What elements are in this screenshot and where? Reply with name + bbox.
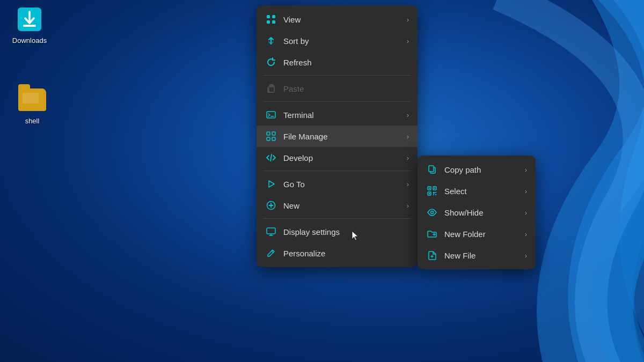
copy-path-icon — [426, 164, 438, 175]
submenu-item-copy-path[interactable]: Copy path › — [418, 159, 536, 180]
shell-label: shell — [25, 117, 40, 125]
go-to-arrow: › — [407, 180, 409, 188]
menu-item-new-label: New — [283, 201, 299, 210]
desktop-icon-downloads[interactable]: Downloads — [8, 5, 51, 45]
code-icon — [265, 152, 277, 164]
svg-rect-25 — [433, 194, 434, 195]
context-submenu: Copy path › Select › — [418, 156, 536, 269]
submenu-new-file-label: New File — [444, 251, 475, 260]
svg-rect-26 — [435, 194, 436, 195]
divider-1 — [263, 75, 411, 76]
eye-icon — [426, 206, 438, 218]
svg-rect-23 — [433, 192, 435, 194]
svg-rect-21 — [434, 188, 435, 189]
svg-rect-3 — [272, 15, 275, 18]
pen-icon — [265, 247, 277, 259]
menu-item-sort[interactable]: Sort by › — [257, 30, 418, 51]
menu-item-terminal-label: Terminal — [283, 110, 314, 120]
qr-icon — [426, 185, 438, 197]
terminal-arrow: › — [407, 111, 409, 119]
copy-path-arrow: › — [525, 166, 527, 174]
file-manage-arrow: › — [407, 132, 409, 141]
menu-item-personalize[interactable]: Personalize — [257, 242, 418, 264]
menu-item-go-to-label: Go To — [283, 180, 305, 189]
menu-item-develop-label: Develop — [283, 153, 313, 162]
svg-rect-12 — [272, 137, 275, 141]
shell-folder-icon — [18, 86, 46, 114]
play-icon — [265, 178, 277, 190]
develop-arrow: › — [407, 154, 409, 162]
menu-item-terminal[interactable]: Terminal › — [257, 104, 418, 125]
menu-item-sort-label: Sort by — [283, 36, 309, 46]
submenu-copy-path-label: Copy path — [444, 165, 481, 174]
new-folder-icon — [426, 228, 438, 240]
svg-rect-22 — [429, 193, 430, 194]
submenu-item-select[interactable]: Select › — [418, 180, 536, 202]
menu-item-file-manage-label: File Manage — [283, 132, 328, 141]
menu-item-display-settings[interactable]: Display settings — [257, 221, 418, 242]
plus-circle-icon — [265, 200, 277, 211]
submenu-show-hide-label: Show/Hide — [444, 208, 484, 217]
divider-3 — [263, 171, 411, 171]
svg-rect-8 — [267, 112, 275, 118]
menu-item-refresh-label: Refresh — [283, 58, 312, 67]
divider-4 — [263, 218, 411, 219]
submenu-select-label: Select — [444, 187, 467, 196]
show-hide-arrow: › — [525, 209, 527, 217]
svg-rect-16 — [429, 166, 434, 172]
divider-2 — [263, 101, 411, 102]
svg-rect-14 — [267, 228, 275, 234]
svg-rect-24 — [435, 192, 436, 193]
submenu-new-folder-label: New Folder — [444, 230, 486, 239]
sort-icon — [265, 35, 277, 47]
submenu-item-new-folder[interactable]: New Folder › — [418, 223, 536, 245]
svg-point-27 — [431, 211, 434, 214]
files-icon — [265, 130, 277, 142]
grid-icon — [265, 13, 277, 25]
submenu-item-new-file[interactable]: New File › — [418, 245, 536, 266]
display-icon — [265, 226, 277, 238]
menu-item-develop[interactable]: Develop › — [257, 147, 418, 168]
menu-item-personalize-label: Personalize — [283, 249, 325, 258]
menu-item-view[interactable]: View › — [257, 9, 418, 30]
downloads-icon — [16, 5, 43, 33]
refresh-icon — [265, 56, 277, 68]
downloads-label: Downloads — [12, 36, 47, 45]
svg-rect-4 — [267, 20, 270, 24]
terminal-icon — [265, 109, 277, 121]
submenu-item-show-hide[interactable]: Show/Hide › — [418, 202, 536, 223]
select-arrow: › — [525, 187, 527, 195]
sort-arrow: › — [407, 37, 409, 45]
menu-item-display-settings-label: Display settings — [283, 227, 340, 237]
new-arrow: › — [407, 202, 409, 210]
context-menu: View › Sort by › Refresh — [257, 5, 418, 267]
new-file-icon — [426, 249, 438, 261]
menu-item-paste-label: Paste — [283, 84, 304, 93]
paste-icon — [265, 83, 277, 94]
new-folder-arrow: › — [525, 230, 527, 238]
view-arrow: › — [407, 16, 409, 24]
svg-rect-10 — [272, 132, 275, 135]
menu-item-refresh[interactable]: Refresh — [257, 51, 418, 73]
new-file-arrow: › — [525, 252, 527, 260]
menu-item-go-to[interactable]: Go To › — [257, 173, 418, 195]
menu-item-paste[interactable]: Paste — [257, 78, 418, 99]
svg-rect-2 — [267, 15, 270, 18]
svg-rect-20 — [429, 188, 430, 189]
menu-item-view-label: View — [283, 15, 301, 24]
svg-rect-5 — [272, 20, 275, 24]
svg-rect-1 — [23, 25, 36, 27]
svg-rect-9 — [267, 132, 270, 135]
desktop-icon-shell[interactable]: shell — [11, 86, 54, 125]
menu-item-new[interactable]: New › — [257, 195, 418, 216]
menu-item-file-manage[interactable]: File Manage › — [257, 125, 418, 147]
svg-rect-11 — [267, 137, 270, 141]
